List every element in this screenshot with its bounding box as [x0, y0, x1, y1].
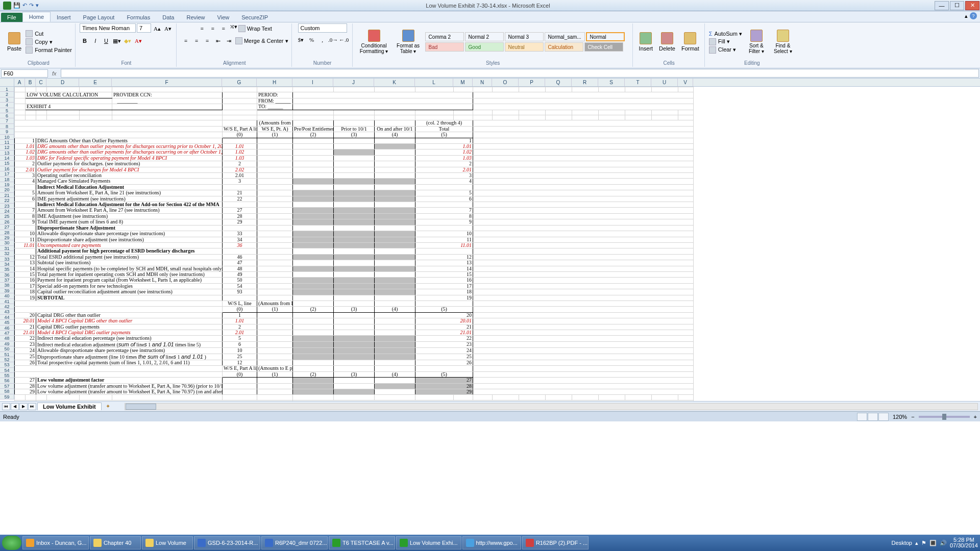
- tray-chevron-icon[interactable]: ▴: [915, 540, 918, 546]
- row-header[interactable]: 3: [0, 97, 14, 103]
- font-color-button[interactable]: A▾: [133, 36, 143, 46]
- tab-pagelayout[interactable]: Page Layout: [77, 13, 121, 22]
- row-header[interactable]: 47: [0, 331, 14, 336]
- conditional-formatting-button[interactable]: Conditional Formatting ▾: [357, 29, 391, 55]
- row-header[interactable]: 33: [0, 257, 14, 262]
- row-header[interactable]: 38: [0, 283, 14, 288]
- tab-data[interactable]: Data: [156, 13, 180, 22]
- row-header[interactable]: 46: [0, 325, 14, 331]
- tray-flag-icon[interactable]: ⚑: [921, 540, 926, 546]
- qat-more-icon[interactable]: ▾: [36, 2, 39, 9]
- row-header[interactable]: 4: [0, 103, 14, 108]
- row-header[interactable]: 13: [0, 151, 14, 156]
- dec-decimal-button[interactable]: ←.0: [339, 35, 349, 45]
- italic-button[interactable]: I: [90, 36, 101, 46]
- taskbar-button[interactable]: R6P240_dmr 0722...: [261, 536, 328, 549]
- row-header[interactable]: 59: [0, 394, 14, 399]
- indent-dec[interactable]: ⇤: [213, 36, 224, 46]
- taskbar-button[interactable]: http://www.gpo...: [462, 536, 521, 549]
- row-header[interactable]: 48: [0, 336, 14, 341]
- row-header[interactable]: 55: [0, 373, 14, 378]
- taskbar-button[interactable]: T6 TESTCASE A v...: [329, 536, 395, 549]
- style-normal[interactable]: Normal: [586, 32, 625, 41]
- align-center[interactable]: ≡: [191, 36, 202, 46]
- col-header-J[interactable]: J: [333, 79, 374, 86]
- indent-inc[interactable]: ⇥: [224, 36, 234, 46]
- number-format-combo[interactable]: Custom: [298, 23, 347, 33]
- row-header[interactable]: 17: [0, 171, 14, 177]
- taskbar-button[interactable]: R162BP (2).PDF - ...: [522, 536, 589, 549]
- help-icon[interactable]: ?: [970, 12, 977, 19]
- row-header[interactable]: 12: [0, 145, 14, 150]
- col-header-D[interactable]: D: [46, 79, 79, 86]
- col-header-V[interactable]: V: [678, 79, 693, 86]
- row-header[interactable]: 37: [0, 278, 14, 283]
- row-header[interactable]: 58: [0, 389, 14, 394]
- scroll-thumb[interactable]: [126, 404, 156, 410]
- tab-review[interactable]: Review: [180, 13, 211, 22]
- row-header[interactable]: 2: [0, 92, 14, 97]
- inc-decimal-button[interactable]: .0→: [328, 35, 338, 45]
- fill-color-button[interactable]: ◆▾: [122, 36, 133, 46]
- col-header-T[interactable]: T: [625, 79, 651, 86]
- col-header-B[interactable]: B: [25, 79, 36, 86]
- style-calculation[interactable]: Calculation: [545, 42, 583, 52]
- col-header-U[interactable]: U: [651, 79, 678, 86]
- grow-font-button[interactable]: A▴: [152, 23, 162, 34]
- tab-insert[interactable]: Insert: [51, 13, 77, 22]
- tab-home[interactable]: Home: [22, 12, 51, 22]
- worksheet-area[interactable]: ABCDEFGHIJKLMNOPQRSTUV 12345678910111213…: [0, 79, 980, 401]
- row-header[interactable]: 26: [0, 219, 14, 224]
- row-header[interactable]: 36: [0, 272, 14, 278]
- row-header[interactable]: 11: [0, 140, 14, 145]
- row-header[interactable]: 32: [0, 251, 14, 256]
- row-header[interactable]: 49: [0, 341, 14, 346]
- row-header[interactable]: 5: [0, 108, 14, 113]
- row-header[interactable]: 43: [0, 309, 14, 314]
- row-header[interactable]: 10: [0, 135, 14, 140]
- align-bot[interactable]: ≡: [218, 23, 229, 34]
- maximize-button[interactable]: ☐: [950, 1, 964, 10]
- style-neutral[interactable]: Neutral: [505, 42, 544, 52]
- format-painter-button[interactable]: Format Painter: [26, 46, 72, 54]
- merge-center-button[interactable]: Merge & Center ▾: [235, 36, 288, 46]
- align-mid[interactable]: ≡: [208, 23, 218, 34]
- row-header[interactable]: 51: [0, 352, 14, 357]
- row-header[interactable]: 42: [0, 304, 14, 309]
- save-icon[interactable]: 💾: [13, 2, 20, 9]
- fx-icon[interactable]: fx: [49, 70, 60, 77]
- tab-file[interactable]: File: [1, 13, 22, 22]
- row-header[interactable]: 52: [0, 357, 14, 362]
- row-header[interactable]: 29: [0, 235, 14, 240]
- delete-cells-button[interactable]: Delete: [657, 31, 677, 53]
- wrap-text-button[interactable]: Wrap Text: [238, 23, 272, 34]
- col-header-A[interactable]: A: [14, 79, 25, 86]
- align-left[interactable]: ≡: [181, 36, 191, 46]
- percent-button[interactable]: %: [307, 35, 317, 45]
- comma-button[interactable]: ,: [317, 35, 328, 45]
- zoom-thumb[interactable]: [942, 414, 946, 420]
- row-header[interactable]: 23: [0, 204, 14, 209]
- taskbar-button[interactable]: Inbox - Duncan, G...: [22, 536, 89, 549]
- row-header[interactable]: 20: [0, 187, 14, 192]
- zoom-level[interactable]: 120%: [893, 414, 907, 420]
- row-header[interactable]: 6: [0, 113, 14, 118]
- style-normalsam[interactable]: Normal_sam...: [545, 32, 585, 41]
- select-all-corner[interactable]: [0, 79, 14, 86]
- tab-formulas[interactable]: Formulas: [120, 13, 156, 22]
- clock[interactable]: 5:28 PM07/30/2014: [950, 537, 978, 548]
- sheet-tab-active[interactable]: Low Volume Exhibit: [37, 403, 102, 410]
- col-header-G[interactable]: G: [222, 79, 257, 86]
- name-box[interactable]: F60: [1, 69, 48, 78]
- col-header-N[interactable]: N: [473, 79, 492, 86]
- autosum-button[interactable]: ΣAutoSum ▾: [709, 31, 742, 37]
- row-header[interactable]: 50: [0, 346, 14, 352]
- col-header-M[interactable]: M: [453, 79, 473, 86]
- style-normal3[interactable]: Normal 3: [505, 32, 544, 41]
- row-header[interactable]: 45: [0, 320, 14, 325]
- col-header-Q[interactable]: Q: [545, 79, 572, 86]
- col-header-C[interactable]: C: [36, 79, 46, 86]
- style-bad[interactable]: Bad: [425, 42, 464, 52]
- paste-button[interactable]: Paste: [5, 31, 23, 53]
- row-header[interactable]: 30: [0, 240, 14, 245]
